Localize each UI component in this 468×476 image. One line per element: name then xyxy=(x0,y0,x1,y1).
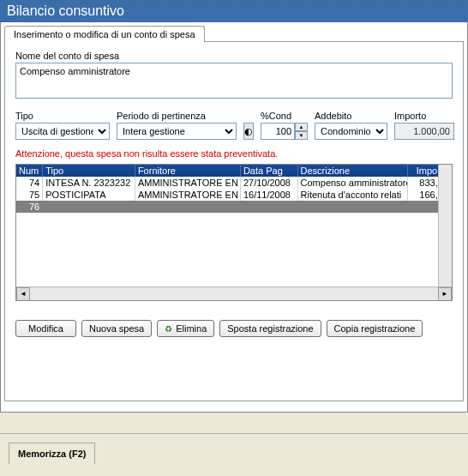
vertical-scrollbar[interactable] xyxy=(438,165,452,286)
spese-table[interactable]: Num Tipo Fornitore Data Pag Descrizione … xyxy=(16,165,452,213)
label-tipo: Tipo xyxy=(15,111,110,121)
tab-inserimento[interactable]: Inserimento o modifica di un conto di sp… xyxy=(4,26,205,42)
elimina-label: Elimina xyxy=(176,323,207,334)
modifica-button[interactable]: Modifica xyxy=(15,320,76,337)
elimina-button[interactable]: ♻ Elimina xyxy=(157,320,214,337)
tipo-dropdown[interactable]: Uscita di gestione xyxy=(15,123,110,140)
copia-button[interactable]: Copia registrazione xyxy=(327,320,423,337)
tab-body: Nome del conto di spesa Compenso amminis… xyxy=(4,41,464,401)
col-tipo[interactable]: Tipo xyxy=(43,165,135,177)
periodo-help-icon[interactable]: ◐ xyxy=(243,123,254,140)
memorizza-button[interactable]: Memorizza (F2) xyxy=(9,443,95,464)
label-cond: %Cond xyxy=(261,111,308,121)
cond-spinner[interactable]: ▲ ▼ xyxy=(295,123,308,140)
nome-input[interactable]: Compenso amministratore xyxy=(15,63,453,99)
col-num[interactable]: Num xyxy=(16,165,43,177)
nuova-spesa-button[interactable]: Nuova spesa xyxy=(81,320,152,337)
scroll-left-icon[interactable]: ◄ xyxy=(16,287,30,301)
table-wrapper: Num Tipo Fornitore Data Pag Descrizione … xyxy=(15,164,453,301)
importo-input xyxy=(394,123,454,140)
label-addebito: Addebito xyxy=(315,111,387,121)
window-title: Bilancio consuntivo xyxy=(0,0,468,22)
table-row[interactable]: 74 INTESA N. 2323232 AMMINISTRATORE EN 2… xyxy=(16,177,452,189)
footer-bar: Memorizza (F2) xyxy=(0,433,468,473)
warning-message: Attenzione, questa spesa non risulta ess… xyxy=(15,148,453,159)
sposta-button[interactable]: Sposta registrazione xyxy=(219,320,321,337)
table-row[interactable]: 75 POSTICIPATA AMMINISTRATORE EN 16/11/2… xyxy=(16,189,452,201)
label-importo: Importo xyxy=(394,111,454,121)
col-data[interactable]: Data Pag xyxy=(240,165,297,177)
spinner-up-icon[interactable]: ▲ xyxy=(295,123,308,131)
cond-input[interactable] xyxy=(261,123,295,140)
label-periodo: Periodo di pertinenza xyxy=(117,111,237,121)
tab-strip: Inserimento o modifica di un conto di sp… xyxy=(1,22,467,42)
delete-icon: ♻ xyxy=(165,324,172,334)
content-area: Inserimento o modifica di un conto di sp… xyxy=(0,22,468,413)
scroll-right-icon[interactable]: ► xyxy=(438,287,452,301)
label-nome: Nome del conto di spesa xyxy=(15,51,453,61)
col-descrizione[interactable]: Descrizione xyxy=(297,165,407,177)
addebito-dropdown[interactable]: Condominio xyxy=(315,123,387,140)
periodo-dropdown[interactable]: Intera gestione xyxy=(117,123,237,140)
spinner-down-icon[interactable]: ▼ xyxy=(295,131,308,140)
table-row[interactable]: 76 xyxy=(16,201,452,213)
col-fornitore[interactable]: Fornitore xyxy=(135,165,240,177)
horizontal-scrollbar[interactable]: ◄ ► xyxy=(16,286,452,300)
